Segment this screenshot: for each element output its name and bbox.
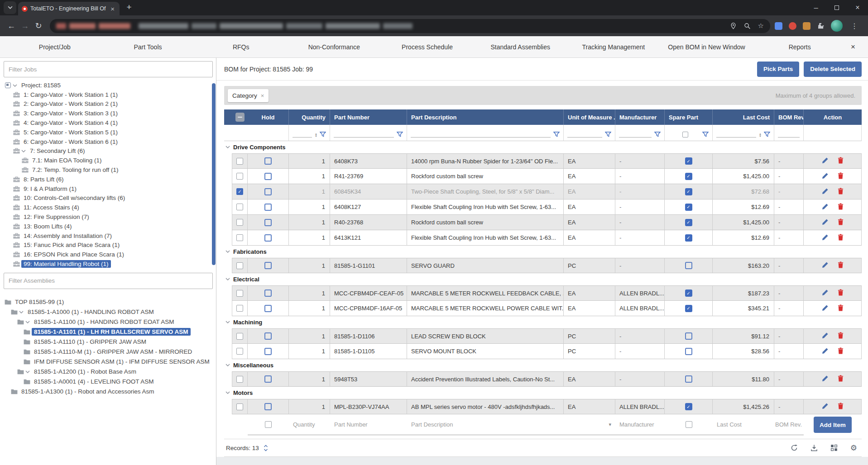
tab-search-button[interactable] [4, 1, 16, 14]
row-select-checkbox[interactable] [236, 204, 243, 210]
hold-checkbox[interactable] [264, 305, 272, 312]
hold-checkbox[interactable] [264, 219, 272, 226]
row-select-checkbox[interactable]: ✓ [236, 188, 243, 195]
edit-pencil-icon[interactable] [822, 375, 829, 382]
job-tree-item[interactable]: 4: Cargo-Vator - Work Station 4 (1) [0, 118, 216, 128]
delete-trash-icon[interactable] [838, 218, 844, 225]
hold-checkbox[interactable] [264, 332, 272, 340]
chevron-down-icon[interactable] [21, 150, 26, 153]
job-tree-item[interactable]: 1: Cargo-Vator - Work Station 1 (1) [0, 90, 216, 100]
filter-funnel-icon[interactable] [320, 131, 326, 138]
add-hold-cell[interactable] [248, 414, 289, 435]
extension-icon[interactable] [789, 22, 796, 30]
table-row[interactable]: ✓160845K34Two-Piece Shaft Coupling, Stee… [224, 184, 862, 199]
nav-item-open-bom-in-new-window[interactable]: Open BOM in New Window [660, 43, 753, 51]
job-tree-item[interactable]: 16: EPSON Pick and Place Scara (1) [0, 250, 216, 259]
table-row[interactable]: 181585-1-D1105SERVO MOUNT BLOCKPC-$28.56… [224, 344, 862, 359]
edit-pencil-icon[interactable] [822, 172, 829, 179]
delete-trash-icon[interactable] [838, 347, 844, 354]
delete-trash-icon[interactable] [838, 157, 844, 164]
edit-row-button[interactable] [822, 172, 829, 180]
spare-part-checkbox[interactable] [685, 375, 692, 383]
job-tree-item[interactable]: 5: Cargo-Vator - Work Station 5 (1) [0, 128, 216, 137]
group-header-row[interactable]: Fabricatons [224, 246, 862, 258]
bom-panel-close-icon[interactable]: × [846, 43, 860, 52]
add-quantity-input[interactable]: Quantity [289, 414, 330, 435]
spare-part-checkbox[interactable]: ✓ [685, 188, 692, 195]
edit-row-button[interactable] [822, 203, 829, 211]
job-tree-item[interactable]: 9: I & A Platform (1) [0, 184, 216, 194]
job-tree-item[interactable]: 8: Parts Lift (6) [0, 175, 216, 184]
hold-checkbox[interactable] [264, 289, 272, 297]
group-chip-category[interactable]: Category × [228, 89, 269, 102]
add-part-description-input[interactable]: Part Description▾ [407, 414, 615, 435]
filter-cell[interactable] [564, 125, 615, 141]
column-header-hold[interactable]: Hold [248, 109, 289, 125]
add-last-cost-input[interactable]: Last Cost [713, 414, 774, 435]
add-manufacturer-input[interactable]: Manufacturer [615, 414, 665, 435]
search-icon[interactable] [744, 23, 751, 29]
row-select-checkbox[interactable] [236, 305, 243, 312]
window-close-button[interactable]: × [847, 0, 868, 15]
delete-trash-icon[interactable] [838, 203, 844, 210]
group-header-row[interactable]: Electrical [224, 273, 862, 285]
chevron-down-icon[interactable] [225, 278, 230, 281]
nav-item-process-schedule[interactable]: Process Schedule [381, 43, 474, 51]
assembly-tree-item[interactable]: IFM DIFFUSE SENSOR ASM (1) - IFM DIFFUSE… [0, 357, 216, 367]
window-maximize-button[interactable] [826, 0, 847, 15]
add-spare-cell[interactable] [665, 414, 713, 435]
spare-part-checkbox[interactable]: ✓ [685, 305, 692, 312]
hold-checkbox[interactable] [264, 188, 272, 195]
filter-funnel-icon[interactable] [654, 131, 661, 138]
job-tree-item[interactable]: Project: 81585 [0, 81, 216, 90]
add-hold-checkbox[interactable] [265, 421, 272, 428]
row-select-checkbox[interactable] [236, 376, 243, 383]
table-row[interactable]: 1R41-23769Rockford custom ball screwEA-✓… [224, 169, 862, 184]
row-select-checkbox[interactable] [236, 348, 243, 355]
extensions-puzzle-icon[interactable] [817, 22, 825, 30]
delete-selected-button[interactable]: Delete Selected [804, 62, 862, 77]
nav-item-standard-assemblies[interactable]: Standard Assemblies [474, 43, 567, 51]
chevron-down-icon[interactable] [13, 84, 17, 87]
hold-checkbox[interactable] [264, 204, 272, 211]
nav-item-rfqs[interactable]: RFQs [194, 43, 288, 51]
spare-part-filter-checkbox[interactable] [682, 132, 688, 138]
job-tree-item[interactable]: 2: Cargo-Vator - Work Station 2 (1) [0, 100, 216, 109]
job-tree-item[interactable]: 13: Boom Lifts (4) [0, 222, 216, 231]
number-stepper-icon[interactable]: ▲▼ [315, 133, 317, 138]
select-all-checkbox[interactable] [235, 113, 245, 122]
spare-part-checkbox[interactable]: ✓ [685, 219, 692, 226]
filter-funnel-icon[interactable] [702, 131, 709, 138]
spare-part-checkbox[interactable] [685, 262, 692, 269]
row-select-checkbox[interactable] [236, 158, 243, 165]
job-tree-item[interactable]: 6: Cargo-Vator - Work Station 6 (1) [0, 137, 216, 147]
profile-avatar[interactable] [831, 20, 843, 32]
new-tab-button[interactable]: + [123, 1, 135, 13]
hold-checkbox[interactable] [264, 403, 272, 410]
column-header-bom-rev[interactable]: BOM Rev. [774, 109, 804, 125]
hold-checkbox[interactable] [264, 348, 272, 355]
assembly-tree-item[interactable]: 81585-1-A0001 (4) - LEVELING FOOT ASM [0, 377, 216, 387]
delete-row-button[interactable] [838, 172, 844, 180]
settings-gear-icon[interactable]: ⚙ [850, 444, 857, 452]
spare-part-checkbox[interactable]: ✓ [685, 173, 692, 180]
job-tree-item[interactable]: 7.1: Main EOA Tooling (1) [0, 156, 216, 165]
dropdown-caret-icon[interactable]: ▾ [609, 422, 611, 427]
extension-icon[interactable] [775, 22, 782, 30]
assembly-tree-item[interactable]: 81585-1-A1110-M (1) - GRIPPER JAW ASM - … [0, 347, 216, 357]
chevron-down-icon[interactable] [225, 364, 230, 367]
chevron-down-icon[interactable] [25, 321, 30, 324]
edit-pencil-icon[interactable] [822, 289, 829, 296]
row-select-checkbox[interactable] [236, 333, 243, 340]
assembly-tree-item[interactable]: TOP 81585-99 (1) [0, 297, 216, 307]
table-row[interactable]: 1MCC-CPBM4DF-16AF-05MARCABLE 5 METER ROC… [224, 301, 862, 316]
edit-row-button[interactable] [822, 304, 829, 313]
assembly-tree-item[interactable]: 81585-1-A1100 (1) - HANDING ROBOT EOAT A… [0, 317, 216, 327]
download-icon[interactable] [810, 444, 818, 451]
table-row[interactable]: 1R40-23768Rockford custom ball screwEA-✓… [224, 215, 862, 230]
delete-row-button[interactable] [838, 234, 844, 242]
filter-jobs-input[interactable] [4, 61, 213, 77]
delete-trash-icon[interactable] [838, 261, 844, 268]
edit-pencil-icon[interactable] [822, 234, 829, 241]
delete-trash-icon[interactable] [838, 304, 844, 311]
